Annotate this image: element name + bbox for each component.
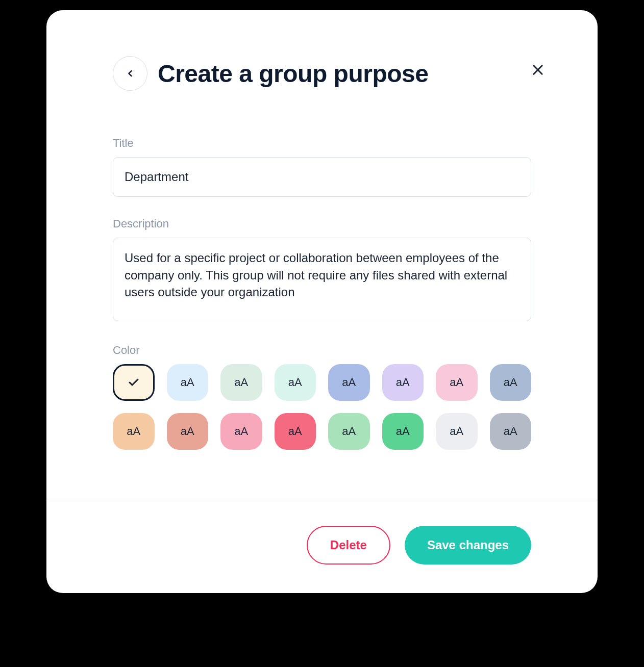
modal-footer: Delete Save changes <box>46 501 598 593</box>
color-swatch-10[interactable]: aA <box>220 413 262 450</box>
swatch-label: aA <box>504 376 517 389</box>
modal-title: Create a group purpose <box>158 60 428 88</box>
color-label: Color <box>113 344 531 357</box>
close-icon <box>531 63 545 77</box>
swatch-label: aA <box>234 376 248 389</box>
description-input[interactable] <box>113 238 531 321</box>
swatch-label: aA <box>288 376 302 389</box>
swatch-label: aA <box>396 376 410 389</box>
swatch-label: aA <box>342 376 356 389</box>
color-swatch-11[interactable]: aA <box>275 413 316 450</box>
modal-header: Create a group purpose <box>113 56 531 91</box>
chevron-left-icon <box>125 68 135 79</box>
modal-body: Create a group purpose Title Description… <box>46 10 598 501</box>
swatch-label: aA <box>342 425 356 438</box>
description-label: Description <box>113 217 531 230</box>
swatch-label: aA <box>234 425 248 438</box>
swatch-label: aA <box>504 425 517 438</box>
swatch-label: aA <box>396 425 410 438</box>
color-swatch-2[interactable]: aA <box>220 364 262 401</box>
color-swatch-6[interactable]: aA <box>436 364 478 401</box>
swatch-label: aA <box>450 425 463 438</box>
description-field-group: Description <box>113 217 531 323</box>
title-label: Title <box>113 137 531 150</box>
color-swatch-1[interactable]: aA <box>167 364 209 401</box>
check-icon <box>128 376 140 389</box>
color-swatch-8[interactable]: aA <box>113 413 155 450</box>
swatch-label: aA <box>181 425 194 438</box>
color-swatch-4[interactable]: aA <box>328 364 370 401</box>
close-button[interactable] <box>527 59 549 83</box>
color-field-group: Color aAaAaAaAaAaAaAaAaAaAaAaAaAaAaA <box>113 344 531 450</box>
title-field-group: Title <box>113 137 531 197</box>
save-button[interactable]: Save changes <box>405 526 531 565</box>
color-swatch-15[interactable]: aA <box>490 413 532 450</box>
color-swatch-0[interactable] <box>113 364 155 401</box>
swatch-label: aA <box>127 425 140 438</box>
color-swatch-9[interactable]: aA <box>167 413 209 450</box>
swatch-label: aA <box>450 376 463 389</box>
color-grid: aAaAaAaAaAaAaAaAaAaAaAaAaAaAaA <box>113 364 531 450</box>
color-swatch-5[interactable]: aA <box>382 364 424 401</box>
delete-button[interactable]: Delete <box>307 526 390 565</box>
create-group-purpose-modal: Create a group purpose Title Description… <box>46 10 598 593</box>
title-input[interactable] <box>113 157 531 197</box>
color-swatch-7[interactable]: aA <box>490 364 532 401</box>
color-swatch-3[interactable]: aA <box>275 364 316 401</box>
swatch-label: aA <box>181 376 194 389</box>
back-button[interactable] <box>113 56 147 91</box>
color-swatch-13[interactable]: aA <box>382 413 424 450</box>
color-swatch-12[interactable]: aA <box>328 413 370 450</box>
swatch-label: aA <box>288 425 302 438</box>
color-swatch-14[interactable]: aA <box>436 413 478 450</box>
